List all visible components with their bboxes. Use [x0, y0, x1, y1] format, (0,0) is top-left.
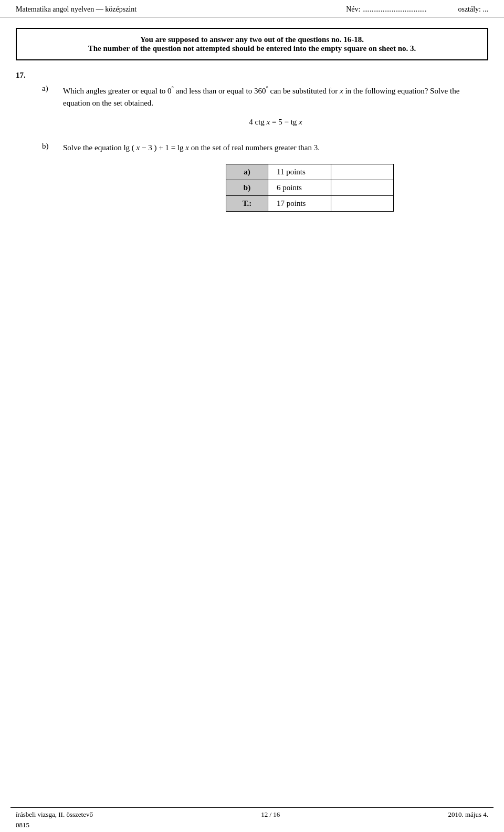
- scoring-empty-a: [331, 164, 394, 180]
- footer-code-row: 0815: [0, 820, 504, 832]
- footer-left: írásbeli vizsga, II. összetevő: [16, 810, 93, 819]
- name-label: Név: ...................................: [346, 5, 426, 14]
- scoring-row-total: T.: 17 points: [226, 196, 394, 212]
- footer: írásbeli vizsga, II. összetevő 12 / 16 2…: [0, 807, 504, 832]
- scoring-empty-b: [331, 180, 394, 196]
- scoring-points-a: 11 points: [268, 164, 331, 180]
- footer-row: írásbeli vizsga, II. összetevő 12 / 16 2…: [0, 808, 504, 820]
- scoring-row-a: a) 11 points: [226, 164, 394, 180]
- scoring-label-a: a): [226, 164, 268, 180]
- question-17: 17. a) Which angles greater or equal to …: [16, 71, 488, 212]
- page: Matematika angol nyelven — középszint Né…: [0, 0, 504, 832]
- sub-label-b: b): [42, 142, 63, 151]
- sub-a-text1: Which angles greater or equal to 0° and …: [63, 87, 459, 107]
- footer-center: 12 / 16: [261, 810, 280, 819]
- sub-content-b: Solve the equation lg ( x − 3 ) + 1 = lg…: [63, 142, 488, 154]
- footer-code: 0815: [16, 821, 29, 829]
- header-fields: Név: ...................................…: [346, 5, 488, 14]
- sub-b-text: Solve the equation lg ( x − 3 ) + 1 = lg…: [63, 143, 320, 152]
- instruction-line1: You are supposed to answer any two out o…: [27, 35, 477, 44]
- header: Matematika angol nyelven — középszint Né…: [0, 0, 504, 17]
- header-subject: Matematika angol nyelven — középszint: [16, 5, 136, 14]
- sub-label-a: a): [42, 84, 63, 93]
- scoring-points-b: 6 points: [268, 180, 331, 196]
- sub-question-a: a) Which angles greater or equal to 0° a…: [42, 84, 488, 136]
- footer-right: 2010. május 4.: [448, 810, 488, 819]
- scoring-points-total: 17 points: [268, 196, 331, 212]
- question-header: 17.: [16, 71, 488, 80]
- main-content: You are supposed to answer any two out o…: [0, 17, 504, 832]
- class-label: osztály: ...: [458, 5, 488, 14]
- scoring-empty-total: [331, 196, 394, 212]
- scoring-label-b: b): [226, 180, 268, 196]
- sub-content-a: Which angles greater or equal to 0° and …: [63, 84, 488, 136]
- question-number: 17.: [16, 71, 42, 80]
- instruction-box: You are supposed to answer any two out o…: [16, 28, 488, 60]
- equation-a: 4 ctg x = 5 − tg x: [63, 116, 488, 128]
- sub-question-b: b) Solve the equation lg ( x − 3 ) + 1 =…: [42, 142, 488, 154]
- scoring-row-b: b) 6 points: [226, 180, 394, 196]
- instruction-line2: The number of the question not attempted…: [27, 44, 477, 53]
- scoring-table: a) 11 points b) 6 points T.: 17 points: [226, 164, 394, 212]
- scoring-label-total: T.:: [226, 196, 268, 212]
